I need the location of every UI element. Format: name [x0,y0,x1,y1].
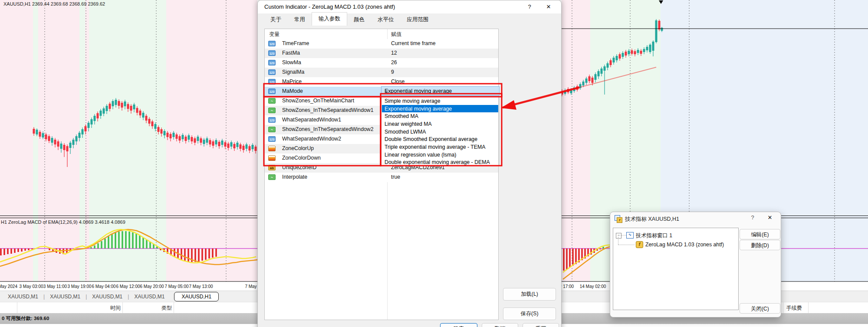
numeric-param-icon: 123 [268,50,276,56]
time-axis-label: 6 May 04:00 [92,284,115,289]
param-row-Interpolate[interactable]: ~Interpolatetrue [265,173,498,182]
chart-tab-2[interactable]: XAUUSD,M1 [45,294,85,300]
chart-tab-1[interactable]: XAUUSD,M1 [3,294,43,300]
param-name: Interpolate [282,174,307,180]
cancel-button[interactable]: 取消 [482,323,518,327]
delete-button[interactable]: 删除(D) [740,240,780,250]
bool-param-icon: ~ [268,127,276,132]
indicators-tree: − ∿ 技术指标窗口 1 f ZeroLag MACD 1.03 (zones … [613,228,739,310]
param-row-FastMa[interactable]: 123FastMa12 [265,49,498,58]
help-icon[interactable]: ? [745,213,760,222]
dialog-tab-1[interactable]: 关于 [264,14,288,26]
dropdown-option-2[interactable]: Exponential moving average [382,105,498,113]
bool-param-icon: ~ [268,98,276,104]
header-divider [808,302,809,314]
chart-tab-4[interactable]: XAUUSD,M1 [129,294,170,300]
terminal-column-手续费[interactable]: 手续费 [786,304,812,312]
dropdown-option-5[interactable]: Smoothed LWMA [382,128,498,136]
tree-node-window[interactable]: − ∿ 技术指标窗口 1 [613,231,738,239]
chart-ohlc-title: XAUUSD,H1 2369.44 2369.68 2368.69 2369.6… [3,1,105,7]
dialog-tab-4[interactable]: 颜色 [347,14,371,26]
param-name: ShowZones_InTheSeparatedWindow2 [282,126,374,132]
param-name: ZoneColorUp [282,145,314,151]
edit-button[interactable]: 编辑(E) [740,229,780,239]
param-value[interactable]: 9 [391,69,394,75]
dialog-title-bar[interactable]: Custom Indicator - ZeroLag MACD 1.03 (zo… [258,0,561,13]
header-divider [17,302,17,314]
param-name: ZoneColorDown [282,155,321,161]
chart-tab-active[interactable]: XAUUSD,H1 [174,292,219,301]
numeric-param-icon: 123 [268,117,276,123]
dialog-tab-5[interactable]: 水平位 [371,14,401,26]
param-value[interactable]: 12 [391,50,397,56]
mamode-combobox[interactable]: Exponential moving average ⌄ [381,86,500,96]
dialog-title: Custom Indicator - ZeroLag MACD 1.03 (zo… [264,3,395,10]
param-value[interactable]: 26 [391,59,397,65]
close-button[interactable]: 关闭(C) [740,303,780,314]
time-axis-label: 14 May 02:00 [580,284,606,289]
string-param-icon: ab [268,165,276,170]
dropdown-option-1[interactable]: Simple moving average [382,97,498,105]
load-button[interactable]: 加载(L) [503,288,556,301]
param-value[interactable]: Close [391,78,404,85]
param-name: SignalMa [282,69,304,75]
param-name: MaMode [282,88,303,94]
save-button[interactable]: 保存(S) [503,307,556,320]
chart-tab-3[interactable]: XAUUSD,M1 [87,294,128,300]
help-icon[interactable]: ? [522,2,537,12]
dropdown-option-7[interactable]: Triple exponential moving average - TEMA [382,143,498,151]
close-icon[interactable]: ✕ [541,2,556,12]
header-divider [122,302,123,314]
numeric-param-icon: 123 [268,79,276,85]
param-row-TimeFrame[interactable]: 123TimeFrameCurrent time frame [265,39,498,49]
dialog-tab-strip: 关于常用输入参数颜色水平位应用范围 [264,14,435,26]
param-row-SignalMa[interactable]: 123SignalMa9 [265,68,498,77]
param-name: MaPrice [282,78,302,85]
color-param-icon [268,155,276,161]
dialog-tab-3[interactable]: 输入参数 [312,12,347,26]
param-name: ShowZones_InTheSeparatedWindow1 [282,107,374,113]
ok-button[interactable]: 确定 [440,323,477,327]
time-axis-label: 7 May 13:00 [189,284,213,289]
param-name: UniqueZoneID [282,164,316,170]
color-param-icon [268,146,276,151]
indicators-dialog-title: 技术指标 XAUUSD,H1 [625,216,679,223]
param-row-SlowMa[interactable]: 123SlowMa26 [265,58,498,68]
mamode-dropdown-list: Simple moving averageExponential moving … [381,96,499,166]
header-divider [174,302,174,314]
custom-indicator-dialog: Custom Indicator - ZeroLag MACD 1.03 (zo… [257,0,562,327]
bool-param-icon: ~ [268,108,276,113]
time-axis-label: 3 May 03:00 [19,284,43,289]
numeric-param-icon: 123 [268,69,276,75]
indicator-window-icon: ∿ [626,232,634,239]
parameters-table: 变量 赋值 123TimeFrameCurrent time frame123F… [264,29,499,320]
dropdown-option-9[interactable]: Double exponential moving average - DEMA [382,159,498,167]
terminal-column-时间[interactable]: 时间 [17,304,121,312]
dropdown-option-3[interactable]: Smoothed MA [382,112,498,120]
dialog-tab-2[interactable]: 常用 [288,14,312,26]
param-value[interactable]: true [391,174,400,180]
param-name: FastMa [282,50,300,56]
tree-node-indicator[interactable]: f ZeroLag MACD 1.03 (zones ahtf) [613,240,738,249]
time-axis-label: 3 May 11:00 [43,284,67,289]
column-header-variable: 变量 [269,31,280,38]
dialog-tab-6[interactable]: 应用范围 [401,14,435,26]
time-axis-label: 6 May 12:00 [116,284,140,289]
chevron-down-icon: ⌄ [385,88,496,94]
numeric-param-icon: 123 [268,88,276,94]
collapse-icon[interactable]: − [616,233,621,239]
dropdown-option-6[interactable]: Double Smoothed Exponential average [382,136,498,144]
dropdown-option-8[interactable]: Linear regression value (lsma) [382,151,498,159]
app-window: XAUUSD,H1 2369.44 2369.68 2368.69 2369.6… [0,0,868,327]
close-icon[interactable]: ✕ [763,213,777,222]
dropdown-option-4[interactable]: Linear weighted MA [382,120,498,128]
time-axis-label: 7 May 05:00 [164,284,188,289]
time-axis-label: 6 May 20:00 [140,284,164,289]
param-value[interactable]: Current time frame [391,40,436,46]
param-name: TimeFrame [282,40,309,46]
reset-button[interactable]: 重置 [523,323,559,327]
indicator-dialog-icon: f [615,215,621,222]
terminal-column-类型[interactable]: 类型 [123,304,172,312]
bool-param-icon: ~ [268,174,276,180]
param-row-MaPrice[interactable]: 123MaPriceClose [265,77,498,87]
